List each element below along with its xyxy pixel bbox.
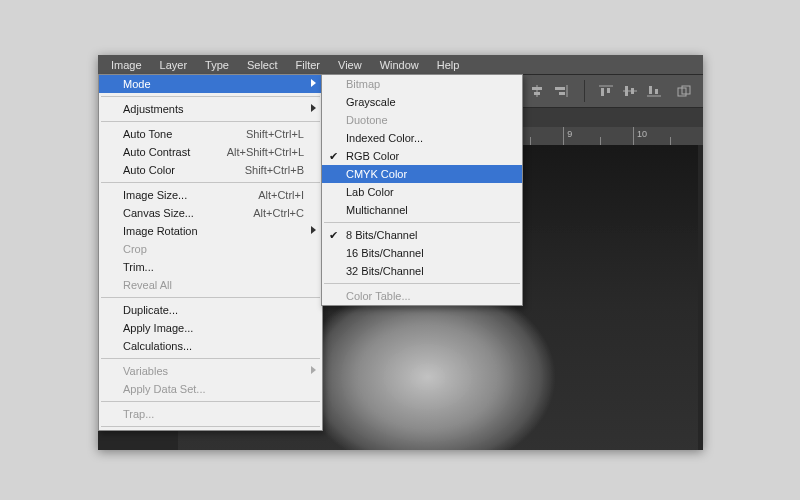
menu-item-lab-color[interactable]: Lab Color [322, 183, 522, 201]
menu-separator [324, 222, 520, 223]
menu-item-cmyk-color[interactable]: CMYK Color [322, 165, 522, 183]
menubar: Image Layer Type Select Filter View Wind… [98, 55, 703, 74]
menu-item-crop: Crop [99, 240, 322, 258]
menu-item-image-size[interactable]: Image Size... Alt+Ctrl+I [99, 186, 322, 204]
menu-item-variables: Variables [99, 362, 322, 380]
check-icon: ✔ [329, 229, 338, 242]
align-bottom-icon[interactable] [643, 80, 665, 102]
menu-item-color-table: Color Table... [322, 287, 522, 305]
menu-item-auto-contrast[interactable]: Auto Contrast Alt+Shift+Ctrl+L [99, 143, 322, 161]
shortcut-label: Alt+Shift+Ctrl+L [227, 146, 304, 158]
align-right-icon[interactable] [550, 80, 572, 102]
menu-item-trap: Trap... [99, 405, 322, 423]
svg-rect-13 [555, 87, 565, 90]
menu-separator [101, 358, 320, 359]
menu-item-duotone: Duotone [322, 111, 522, 129]
menu-separator [101, 96, 320, 97]
arrange-icon[interactable] [673, 80, 695, 102]
svg-rect-20 [631, 88, 634, 94]
menu-item-trim[interactable]: Trim... [99, 258, 322, 276]
menu-item-indexed-color[interactable]: Indexed Color... [322, 129, 522, 147]
check-icon: ✔ [329, 150, 338, 163]
menu-image[interactable]: Image [102, 57, 151, 73]
menu-item-apply-image[interactable]: Apply Image... [99, 319, 322, 337]
menu-separator [101, 297, 320, 298]
mode-submenu-panel: Bitmap Grayscale Duotone Indexed Color..… [321, 74, 523, 306]
svg-rect-19 [625, 86, 628, 96]
svg-rect-17 [607, 88, 610, 93]
menu-separator [101, 401, 320, 402]
menu-item-reveal-all: Reveal All [99, 276, 322, 294]
align-vertical-group [595, 80, 667, 102]
align-center-h-icon[interactable] [526, 80, 548, 102]
menu-layer[interactable]: Layer [151, 57, 197, 73]
menu-item-auto-tone[interactable]: Auto Tone Shift+Ctrl+L [99, 125, 322, 143]
svg-rect-14 [559, 92, 565, 95]
ruler-tick: 9 [567, 129, 572, 139]
menu-item-multichannel[interactable]: Multichannel [322, 201, 522, 219]
shortcut-label: Shift+Ctrl+B [245, 164, 304, 176]
menu-separator [324, 283, 520, 284]
menu-window[interactable]: Window [371, 57, 428, 73]
menu-separator [101, 121, 320, 122]
menu-item-adjustments[interactable]: Adjustments [99, 100, 322, 118]
menu-item-rgb-color[interactable]: ✔ RGB Color [322, 147, 522, 165]
menu-item-canvas-size[interactable]: Canvas Size... Alt+Ctrl+C [99, 204, 322, 222]
app-window: Image Layer Type Select Filter View Wind… [98, 55, 703, 450]
menu-item-image-rotation[interactable]: Image Rotation [99, 222, 322, 240]
chevron-right-icon [311, 366, 316, 374]
menu-item-bitmap: Bitmap [322, 75, 522, 93]
shortcut-label: Shift+Ctrl+L [246, 128, 304, 140]
menu-item-mode[interactable]: Mode [99, 75, 322, 93]
image-menu-panel: Mode Adjustments Auto Tone Shift+Ctrl+L … [98, 74, 323, 431]
menu-select[interactable]: Select [238, 57, 287, 73]
chevron-right-icon [311, 104, 316, 112]
menu-filter[interactable]: Filter [287, 57, 329, 73]
svg-rect-11 [534, 92, 540, 95]
shortcut-label: Alt+Ctrl+C [253, 207, 304, 219]
menu-item-grayscale[interactable]: Grayscale [322, 93, 522, 111]
menu-item-apply-data-set: Apply Data Set... [99, 380, 322, 398]
chevron-right-icon [311, 226, 316, 234]
menu-help[interactable]: Help [428, 57, 469, 73]
menu-item-8bit[interactable]: ✔ 8 Bits/Channel [322, 226, 522, 244]
chevron-right-icon [311, 79, 316, 87]
menu-item-16bit[interactable]: 16 Bits/Channel [322, 244, 522, 262]
menu-item-auto-color[interactable]: Auto Color Shift+Ctrl+B [99, 161, 322, 179]
svg-rect-23 [655, 89, 658, 94]
shortcut-label: Alt+Ctrl+I [258, 189, 304, 201]
menu-item-32bit[interactable]: 32 Bits/Channel [322, 262, 522, 280]
svg-rect-22 [649, 86, 652, 94]
menu-separator [101, 426, 320, 427]
menu-item-calculations[interactable]: Calculations... [99, 337, 322, 355]
ruler-tick: 10 [637, 129, 647, 139]
svg-rect-16 [601, 88, 604, 96]
align-top-icon[interactable] [595, 80, 617, 102]
align-middle-v-icon[interactable] [619, 80, 641, 102]
toolbar-separator [584, 80, 585, 102]
menu-separator [101, 182, 320, 183]
menu-item-duplicate[interactable]: Duplicate... [99, 301, 322, 319]
menu-type[interactable]: Type [196, 57, 238, 73]
menu-view[interactable]: View [329, 57, 371, 73]
svg-rect-10 [532, 87, 542, 90]
